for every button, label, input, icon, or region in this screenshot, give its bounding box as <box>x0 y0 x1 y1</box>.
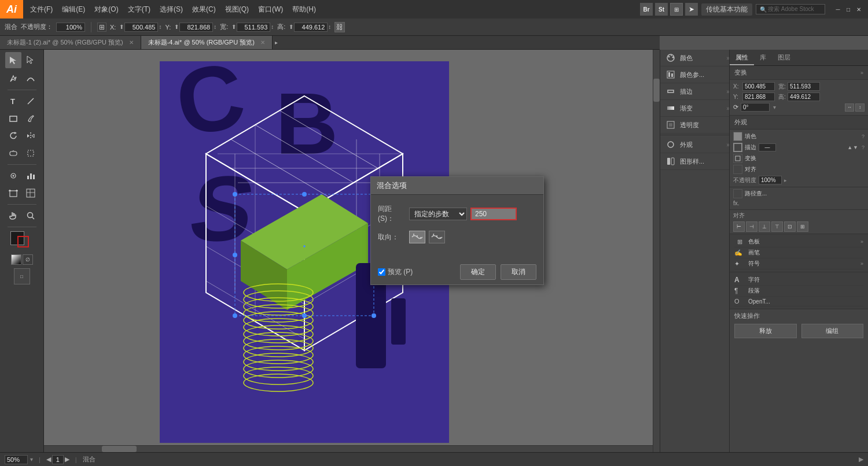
align-center-h-btn[interactable]: ⊣ <box>746 221 757 232</box>
menu-help[interactable]: 帮助(H) <box>288 0 321 19</box>
spacing-select[interactable]: 指定的步数 <box>409 208 467 220</box>
stroke-weight-input[interactable]: — <box>759 143 776 151</box>
opacity-more-btn[interactable]: ▸ <box>784 177 787 183</box>
tab-1-close[interactable]: ✕ <box>260 39 265 46</box>
paintbrush-tool[interactable] <box>23 110 39 127</box>
maximize-button[interactable]: □ <box>844 5 853 14</box>
symbol-sprayer-tool[interactable] <box>5 168 21 184</box>
canvas-area[interactable]: C B S <box>44 50 660 452</box>
send-icon[interactable]: ➤ <box>685 3 698 16</box>
y-value-props[interactable]: 821.868 <box>742 93 775 101</box>
zoom-tool[interactable] <box>23 208 39 224</box>
angle-input[interactable]: 0° <box>741 103 770 112</box>
direction-align-path-btn[interactable] <box>409 231 425 243</box>
panel-graphic-style[interactable]: 图形样... <box>660 153 734 170</box>
direct-selection-tool[interactable] <box>23 52 39 68</box>
zoom-control[interactable]: ▾ <box>5 455 33 464</box>
scrollbar-thumb-v[interactable] <box>653 79 660 102</box>
type-tool[interactable]: T <box>5 93 21 109</box>
menu-window[interactable]: 窗口(W) <box>253 0 288 19</box>
zoom-input[interactable] <box>5 455 28 464</box>
y-coord-input[interactable] <box>179 23 213 32</box>
dialog-titlebar[interactable]: 混合选项 <box>371 177 543 195</box>
stock-icon[interactable]: St <box>655 3 668 16</box>
change-screen-btn[interactable]: □ <box>14 268 30 284</box>
character-item[interactable]: A 字符 <box>734 275 863 286</box>
none-icon[interactable]: ∅ <box>23 254 33 265</box>
opacity-input[interactable] <box>56 23 85 32</box>
panel-transparency[interactable]: 透明度 <box>660 117 734 134</box>
canvas-scrollbar-v[interactable] <box>653 50 660 452</box>
panel-color-param[interactable]: 颜色参... <box>660 66 734 83</box>
rectangle-tool[interactable] <box>5 110 21 127</box>
cancel-button[interactable]: 取消 <box>501 264 536 280</box>
menu-object[interactable]: 对象(O) <box>90 0 123 19</box>
layout-icon[interactable]: ⊞ <box>670 3 683 16</box>
preview-label[interactable]: 预览 (P) <box>388 267 413 277</box>
page-next-btn[interactable]: ▶ <box>65 456 69 463</box>
page-prev-btn[interactable]: ◀ <box>46 456 51 463</box>
slice-tool[interactable] <box>23 185 39 201</box>
panel-gradient[interactable]: 渐变 » <box>660 100 734 117</box>
x-value-props[interactable]: 500.485 <box>742 82 775 91</box>
opacity-prop-input[interactable]: 100% <box>759 176 782 184</box>
height-input[interactable] <box>294 23 328 32</box>
stroke-down-btn[interactable]: ▼ <box>853 145 858 150</box>
line-tool[interactable] <box>23 93 39 109</box>
reflect-tool[interactable] <box>23 128 39 144</box>
menu-text[interactable]: 文字(T) <box>123 0 155 19</box>
release-button[interactable]: 释放 <box>734 324 797 338</box>
bridge-icon[interactable]: Br <box>640 3 653 16</box>
tab-0[interactable]: 未标题-1 (2).ai* @ 50% (RGB/GPU 预览) ✕ <box>0 36 141 49</box>
column-graph-tool[interactable] <box>23 168 39 184</box>
workspace-selector[interactable]: 传统基本功能 <box>701 3 752 16</box>
preview-checkbox[interactable] <box>378 268 385 276</box>
stroke-color[interactable] <box>17 236 29 247</box>
stock-search[interactable]: 🔍 搜索 Adobe Stock <box>756 4 825 14</box>
align-right-btn[interactable]: ⊥ <box>759 221 770 232</box>
menu-view[interactable]: 视图(Q) <box>220 0 253 19</box>
align-bottom-btn[interactable]: ⊞ <box>797 221 808 232</box>
align-center-v-btn[interactable]: ⊡ <box>784 221 796 232</box>
stroke-swatch[interactable] <box>733 143 742 152</box>
brush-item[interactable]: ✍ 画笔 <box>734 247 863 258</box>
zoom-down-btn[interactable]: ▾ <box>30 456 33 463</box>
menu-select[interactable]: 选择(S) <box>155 0 187 19</box>
paragraph-item[interactable]: ¶ 段落 <box>734 286 863 297</box>
normal-icon[interactable] <box>11 254 21 265</box>
flip-h-btn[interactable]: ↔ <box>845 103 854 112</box>
link-dimensions-btn[interactable]: ⛓ <box>334 22 345 32</box>
flip-v-btn[interactable]: ↕ <box>855 103 865 112</box>
transform-more-btn[interactable]: » <box>860 70 863 76</box>
close-button[interactable]: ✕ <box>854 5 863 14</box>
hand-tool[interactable] <box>5 208 21 224</box>
symbol-item[interactable]: ✦ 符号 » <box>734 258 863 269</box>
tab-0-close[interactable]: ✕ <box>129 39 134 46</box>
stroke-up-btn[interactable]: ▲ <box>847 145 852 150</box>
menu-edit[interactable]: 编辑(E) <box>57 0 90 19</box>
spacing-value-input[interactable] <box>470 208 517 220</box>
minimize-button[interactable]: ─ <box>833 5 843 14</box>
free-transform-tool[interactable] <box>23 145 39 161</box>
align-left-btn[interactable]: ⊢ <box>733 221 745 232</box>
page-input[interactable] <box>52 455 64 464</box>
artboard-tool[interactable] <box>5 185 21 201</box>
tab-library[interactable]: 库 <box>754 51 772 65</box>
scrollbar-thumb-h[interactable] <box>102 446 137 452</box>
pen-tool[interactable] <box>5 71 21 87</box>
opentype-item[interactable]: O OpenT... <box>734 297 863 306</box>
panel-color[interactable]: 颜色 » <box>660 50 734 66</box>
tab-1[interactable]: 未标题-4.ai* @ 50% (RGB/GPU 预览) ✕ <box>141 36 273 49</box>
menu-effect[interactable]: 效果(C) <box>187 0 220 19</box>
direction-align-page-btn[interactable] <box>429 231 445 243</box>
w-value-props[interactable]: 511.593 <box>788 82 820 91</box>
tabs-scroll-right[interactable]: ▸ <box>273 36 281 49</box>
group-button[interactable]: 编组 <box>801 324 864 338</box>
width-input[interactable] <box>237 23 270 32</box>
align-top-btn[interactable]: ⊤ <box>771 221 783 232</box>
tab-properties[interactable]: 属性 <box>730 51 754 65</box>
curvature-tool[interactable] <box>23 71 39 87</box>
warp-tool[interactable] <box>5 145 21 161</box>
panel-appearance[interactable]: 外观 » <box>660 136 734 153</box>
menu-file[interactable]: 文件(F) <box>25 0 57 19</box>
